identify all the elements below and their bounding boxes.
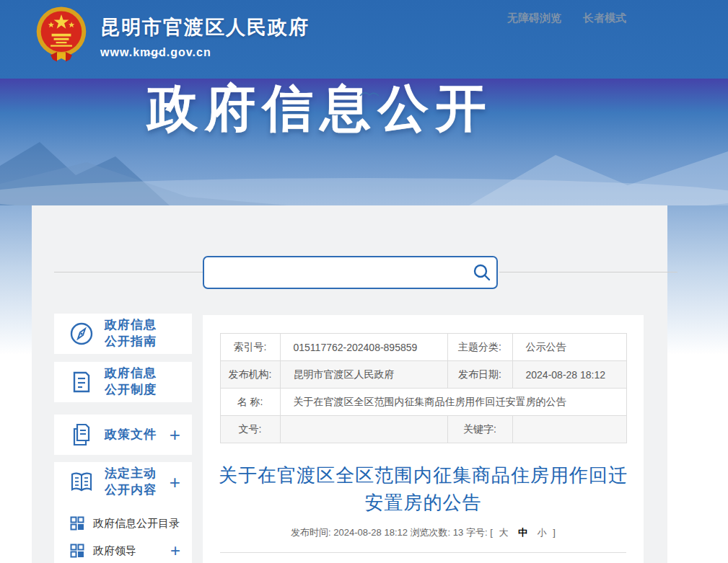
sidebar-item-label: 法定主动公开内容: [105, 466, 162, 499]
font-size-medium-button[interactable]: 中: [518, 527, 527, 538]
table-row: 文号: 关键字:: [220, 416, 626, 443]
plus-icon: +: [170, 542, 180, 559]
topic-category-label: 主题分类:: [447, 334, 512, 361]
sidebar-item-disclosure-catalog[interactable]: 政府信息公开目录: [54, 514, 192, 533]
divider-line: [499, 272, 677, 272]
font-size-large-button[interactable]: 大: [499, 527, 508, 538]
plus-icon: +: [170, 473, 180, 492]
banner: 昆明市官渡区人民政府 www.kmgd.gov.cn 无障碍浏览 长者模式 政府…: [0, 0, 728, 205]
grid-icon: [70, 544, 84, 558]
view-count-value: 13: [453, 527, 463, 538]
keyword-label: 关键字:: [447, 416, 512, 443]
compass-icon: [69, 321, 95, 347]
document-name-value: 关于在官渡区全区范围内征集商品住房用作回迁安置房的公告: [280, 389, 626, 416]
site-name: 昆明市官渡区人民政府: [100, 14, 310, 40]
bracket: [: [490, 527, 493, 538]
article-panel: 索引号: 015117762-202408-895859 主题分类: 公示公告 …: [203, 315, 644, 563]
top-links: 无障碍浏览 长者模式: [507, 12, 626, 25]
sidebar-item-label: 政府信息公开制度: [105, 365, 162, 399]
files-icon: [69, 422, 95, 448]
divider-line: [220, 552, 626, 553]
publish-date-value: 2024-08-28 18:12: [512, 361, 626, 389]
table-row: 发布机构: 昆明市官渡区人民政府 发布日期: 2024-08-28 18:12: [220, 361, 626, 389]
search-box: [203, 256, 498, 289]
sidebar-item-policy-files[interactable]: 政策文件 +: [54, 415, 192, 455]
table-row: 索引号: 015117762-202408-895859 主题分类: 公示公告: [220, 334, 626, 361]
site-identity: 昆明市官渡区人民政府 www.kmgd.gov.cn: [100, 14, 310, 59]
bracket: ]: [553, 527, 556, 538]
document-number-label: 文号:: [220, 416, 280, 443]
document-icon: [69, 369, 95, 395]
document-number-value: [280, 416, 447, 443]
article-title: 关于在官渡区全区范围内征集商品住房用作回迁安置房的公告: [216, 462, 631, 516]
publish-time-label: 发布时间:: [291, 527, 331, 538]
search-icon: [473, 263, 491, 282]
publish-date-label: 发布日期:: [447, 361, 512, 389]
banner-title: 政府信息公开: [147, 75, 494, 143]
sidebar-item-label: 政策文件: [105, 427, 162, 443]
sidebar-item-label: 政府信息公开目录: [93, 517, 180, 531]
font-size-label: 字号:: [466, 527, 488, 538]
sidebar-item-statutory-disclosure[interactable]: 法定主动公开内容 +: [54, 462, 192, 502]
sidebar-subsection: 政府信息公开目录 政府领导 +: [54, 502, 192, 563]
sidebar-item-guide[interactable]: 政府信息公开指南: [54, 314, 192, 354]
index-number-value: 015117762-202408-895859: [280, 334, 447, 361]
mountain-decoration: [0, 133, 728, 205]
site-url: www.kmgd.gov.cn: [100, 46, 310, 59]
font-size-small-button[interactable]: 小: [538, 527, 547, 538]
accessibility-link[interactable]: 无障碍浏览: [507, 12, 561, 25]
search-button[interactable]: [468, 257, 496, 288]
plus-icon: +: [170, 425, 180, 444]
index-number-label: 索引号:: [220, 334, 280, 361]
document-info-table: 索引号: 015117762-202408-895859 主题分类: 公示公告 …: [220, 333, 627, 443]
view-count-label: 浏览次数:: [411, 527, 451, 538]
table-row: 名 称: 关于在官渡区全区范围内征集商品住房用作回迁安置房的公告: [220, 389, 626, 416]
sidebar-item-label: 政府信息公开指南: [105, 317, 162, 350]
sidebar-item-system[interactable]: 政府信息公开制度: [54, 362, 192, 402]
content-panel: 政府信息公开指南 政府信息公开制度 政策文件 +: [32, 205, 667, 563]
search-input[interactable]: [204, 257, 468, 288]
divider-line: [54, 272, 203, 272]
document-name-label: 名 称:: [220, 389, 280, 416]
open-book-icon: [69, 469, 95, 495]
publish-time-value: 2024-08-28 18:12: [333, 527, 408, 538]
topic-category-value: 公示公告: [512, 334, 626, 361]
national-emblem-logo: [34, 6, 89, 65]
sidebar-item-government-leaders[interactable]: 政府领导 +: [54, 541, 192, 560]
keyword-value: [512, 416, 626, 443]
grid-icon: [70, 516, 84, 531]
article-meta: 发布时间: 2024-08-28 18:12 浏览次数: 13 字号: [ 大 …: [203, 526, 644, 539]
elder-mode-link[interactable]: 长者模式: [583, 12, 626, 25]
publishing-agency-label: 发布机构:: [220, 361, 280, 389]
sidebar-item-label: 政府领导: [93, 544, 136, 558]
publishing-agency-value: 昆明市官渡区人民政府: [280, 361, 447, 389]
